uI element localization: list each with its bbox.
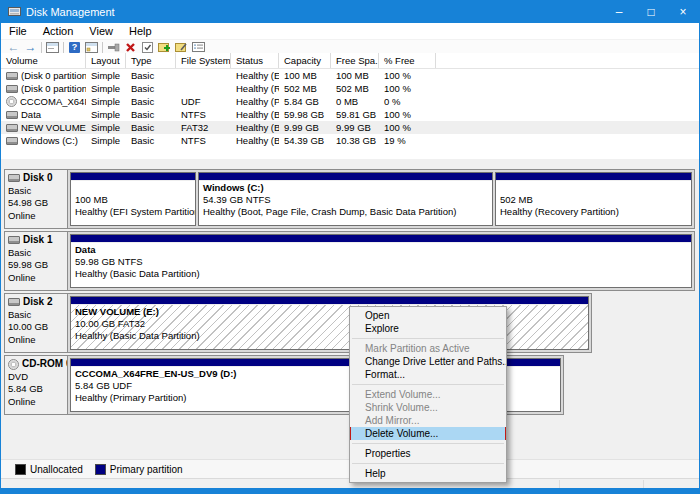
col-status[interactable]: Status: [231, 53, 279, 68]
hdd-icon: [8, 236, 20, 244]
table-row-selected[interactable]: NEW VOLUME (E:) Simple Basic FAT32 Healt…: [1, 121, 699, 134]
disk-icon: [6, 137, 18, 145]
col-type[interactable]: Type: [126, 53, 176, 68]
menu-item-explore[interactable]: Explore: [350, 322, 506, 335]
disk-icon: [6, 124, 18, 132]
disk-icon: [6, 72, 18, 80]
table-header: Volume Layout Type File System Status Ca…: [1, 53, 699, 69]
disk-icon: [6, 111, 18, 119]
delete-volume-icon[interactable]: [122, 41, 139, 54]
col-capacity[interactable]: Capacity: [279, 53, 331, 68]
menu-file[interactable]: File: [1, 25, 35, 37]
disk-icon: [6, 85, 18, 93]
mark-active-check-icon[interactable]: [139, 41, 156, 54]
disk-1-header[interactable]: Disk 1 Basic 59.98 GB Online: [5, 232, 68, 290]
partition-recovery[interactable]: 502 MB Healthy (Recovery Partition): [495, 172, 692, 226]
table-row[interactable]: (Disk 0 partition 4) Simple Basic Health…: [1, 82, 699, 95]
disk-0-row: Disk 0 Basic 54.98 GB Online 100 MB Heal…: [4, 169, 695, 229]
menu-separator: [352, 443, 504, 444]
window-bottom-edge: [1, 488, 699, 493]
disk-0-header[interactable]: Disk 0 Basic 54.98 GB Online: [5, 170, 68, 228]
title-bar[interactable]: Disk Management – □ ×: [1, 1, 699, 23]
toolbar-separator: [41, 42, 42, 53]
legend-unallocated: Unallocated: [15, 464, 83, 475]
hdd-icon: [8, 298, 20, 306]
menu-action[interactable]: Action: [35, 25, 82, 37]
partition-windows-c[interactable]: Windows (C:) 54.39 GB NTFS Healthy (Boot…: [198, 172, 493, 226]
edit-folder-icon[interactable]: [173, 41, 190, 54]
legend-primary-partition: Primary partition: [95, 464, 183, 475]
partition-color-bar: [496, 173, 691, 181]
partition-data[interactable]: Data 59.98 GB NTFS Healthy (Basic Data P…: [70, 234, 692, 288]
menu-separator: [352, 463, 504, 464]
console-window-icon[interactable]: [44, 41, 61, 54]
partition-new-volume-e[interactable]: NEW VOLUME (E:) 10.00 GB FAT32 Healthy (…: [70, 296, 589, 350]
volume-list: Volume Layout Type File System Status Ca…: [1, 53, 699, 160]
menu-item-format[interactable]: Format...: [350, 368, 506, 381]
col-volume[interactable]: Volume: [1, 53, 86, 68]
col-filler: [436, 53, 699, 68]
menu-item-extend-volume: Extend Volume...: [350, 388, 506, 401]
menu-item-mark-partition-active: Mark Partition as Active: [350, 342, 506, 355]
toolbar-separator: [102, 42, 103, 53]
partition-color-bar: [71, 173, 195, 181]
volume-name: Data: [21, 109, 41, 120]
volume-name: (Disk 0 partition 4): [21, 83, 86, 94]
table-row[interactable]: Data Simple Basic NTFS Healthy (B... 59.…: [1, 108, 699, 121]
console-tree-icon[interactable]: [83, 41, 100, 54]
menu-separator: [352, 338, 504, 339]
table-row[interactable]: Windows (C:) Simple Basic NTFS Healthy (…: [1, 134, 699, 147]
partition-color-bar: [199, 173, 492, 181]
toolbar-separator: [63, 42, 64, 53]
cdrom-0-header[interactable]: CD-ROM 0 DVD 5.84 GB Online: [5, 356, 68, 414]
menu-item-delete-volume[interactable]: Delete Volume...: [350, 427, 506, 440]
properties-list-icon[interactable]: [190, 41, 207, 54]
maximize-button[interactable]: □: [635, 1, 667, 23]
hdd-icon: [8, 174, 20, 182]
action-pane-icon[interactable]: [105, 41, 122, 54]
app-icon: [8, 7, 21, 18]
context-menu: Open Explore Mark Partition as Active Ch…: [349, 306, 507, 483]
partition-color-bar: [71, 235, 691, 243]
minimize-button[interactable]: –: [603, 1, 635, 23]
menu-bar: File Action View Help: [1, 23, 699, 40]
help-icon[interactable]: ?: [66, 41, 83, 54]
col-file-system[interactable]: File System: [176, 53, 231, 68]
partition-efi-system[interactable]: 100 MB Healthy (EFI System Partition): [70, 172, 196, 226]
col-layout[interactable]: Layout: [86, 53, 126, 68]
menu-view[interactable]: View: [81, 25, 121, 37]
forward-arrow-icon[interactable]: →: [22, 41, 39, 54]
primary-partition-swatch: [95, 464, 106, 475]
unallocated-swatch: [15, 464, 26, 475]
back-arrow-icon[interactable]: ←: [5, 41, 22, 54]
close-button[interactable]: ×: [667, 1, 699, 23]
menu-item-shrink-volume: Shrink Volume...: [350, 401, 506, 414]
menu-item-properties[interactable]: Properties: [350, 447, 506, 460]
menu-item-add-mirror: Add Mirror...: [350, 414, 506, 427]
menu-item-open[interactable]: Open: [350, 309, 506, 322]
menu-help[interactable]: Help: [121, 25, 160, 37]
menu-separator: [352, 384, 504, 385]
volume-name: Windows (C:): [21, 135, 78, 146]
cd-icon: [6, 96, 17, 107]
window-title: Disk Management: [26, 6, 603, 18]
cd-icon: [8, 359, 19, 370]
menu-item-help[interactable]: Help: [350, 467, 506, 480]
volume-name: NEW VOLUME (E:): [21, 122, 86, 133]
col-free-space[interactable]: Free Spa...: [331, 53, 379, 68]
menu-item-change-drive-letter[interactable]: Change Drive Letter and Paths...: [350, 355, 506, 368]
disk-2-header[interactable]: Disk 2 Basic 10.00 GB Online: [5, 294, 68, 352]
table-row[interactable]: (Disk 0 partition 1) Simple Basic Health…: [1, 69, 699, 82]
table-row[interactable]: CCCOMA_X64FRE... Simple Basic UDF Health…: [1, 95, 699, 108]
disk-1-row: Disk 1 Basic 59.98 GB Online Data 59.98 …: [4, 231, 695, 291]
col-pct-free[interactable]: % Free: [379, 53, 436, 68]
add-folder-icon[interactable]: [156, 41, 173, 54]
volume-name: (Disk 0 partition 1): [21, 70, 86, 81]
disk-management-window: Disk Management – □ × File Action View H…: [0, 0, 700, 494]
volume-name: CCCOMA_X64FRE...: [20, 96, 86, 107]
partition-color-bar: [71, 297, 588, 305]
